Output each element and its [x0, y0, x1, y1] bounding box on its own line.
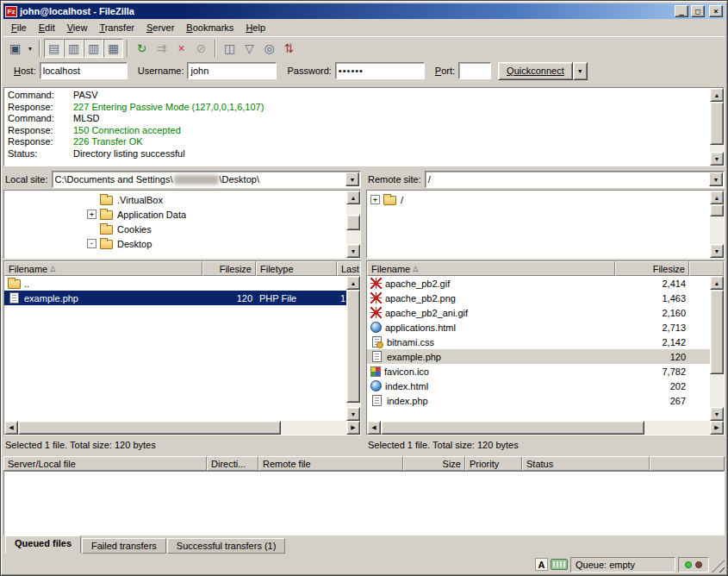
process-queue-button[interactable]: ⇉: [152, 39, 171, 58]
tree-item-cookies[interactable]: Cookies: [4, 222, 345, 236]
tree-item-desktop[interactable]: -Desktop: [4, 236, 345, 251]
transfer-queue[interactable]: [3, 471, 725, 535]
scroll-down-button[interactable]: ▼: [346, 407, 360, 421]
scroll-thumb[interactable]: [710, 102, 724, 145]
file-row-[interactable]: ..: [4, 276, 346, 291]
column-header-filesize[interactable]: Filesize: [615, 261, 689, 276]
local-tree-scrollbar[interactable]: ▲▼: [346, 191, 360, 258]
column-header-filename[interactable]: Filename△: [4, 261, 202, 276]
queue-column-size[interactable]: Size: [403, 456, 465, 471]
scroll-track[interactable]: [18, 421, 346, 435]
title-bar[interactable]: Fz john@localhost - FileZilla _ □ ×: [3, 3, 725, 19]
menu-server[interactable]: Server: [140, 20, 180, 35]
file-row-example-php[interactable]: example.php120: [367, 349, 710, 364]
directory-comparison-button[interactable]: ◫: [220, 39, 240, 58]
scroll-track[interactable]: [381, 421, 710, 435]
queue-column-remote-file[interactable]: Remote file: [258, 456, 403, 471]
host-input[interactable]: [40, 62, 128, 79]
column-header-last-modified[interactable]: Last modified: [337, 261, 360, 276]
log-scrollbar[interactable]: ▲▼: [710, 88, 724, 166]
scroll-thumb[interactable]: [710, 290, 724, 374]
scroll-down-button[interactable]: ▼: [346, 244, 360, 258]
menu-edit[interactable]: Edit: [33, 20, 61, 35]
quickconnect-button[interactable]: Quickconnect: [498, 62, 573, 80]
local-list-body[interactable]: ..example.php120PHP File1: [4, 276, 346, 421]
tab-failed-transfers[interactable]: Failed transfers: [82, 538, 166, 554]
scroll-track[interactable]: [346, 204, 360, 244]
expand-icon[interactable]: +: [370, 195, 380, 204]
scroll-up-button[interactable]: ▲: [346, 191, 360, 204]
scroll-thumb[interactable]: [346, 290, 360, 403]
file-row-apache-pb2-ani-gif[interactable]: apache_pb2_ani.gif2,160: [367, 305, 710, 320]
file-row-favicon-ico[interactable]: favicon.ico7,782: [367, 364, 710, 379]
scroll-down-button[interactable]: ▼: [710, 244, 724, 258]
minimize-button[interactable]: _: [675, 5, 688, 17]
local-site-combo[interactable]: C:\Documents and Settings\\Desktop\ ▼: [52, 171, 361, 188]
synchronized-browsing-button[interactable]: ⇅: [279, 39, 299, 58]
remote-site-dropdown[interactable]: ▼: [709, 172, 723, 186]
scroll-thumb[interactable]: [346, 215, 360, 230]
scroll-thumb[interactable]: [381, 421, 644, 435]
scroll-left-button[interactable]: ◀: [367, 421, 381, 435]
menu-view[interactable]: View: [61, 20, 94, 35]
queue-column-directi[interactable]: Directi...: [207, 456, 258, 471]
local-site-dropdown[interactable]: ▼: [345, 172, 359, 186]
file-row-applications-html[interactable]: applications.html2,713: [367, 320, 710, 335]
menu-transfer[interactable]: Transfer: [93, 20, 140, 35]
scroll-up-button[interactable]: ▲: [710, 191, 724, 204]
tab-successful-transfers-1[interactable]: Successful transfers (1): [167, 538, 286, 554]
cancel-button[interactable]: ×: [171, 39, 191, 58]
maximize-button[interactable]: □: [691, 5, 705, 17]
queue-column-priority[interactable]: Priority: [465, 456, 522, 471]
column-header-filetype[interactable]: Filetype: [256, 261, 337, 276]
file-row-index-php[interactable]: index.php267: [367, 393, 710, 408]
remote-list-body[interactable]: apache_pb2.gif2,414apache_pb2.png1,463ap…: [367, 276, 710, 421]
port-input[interactable]: [458, 62, 491, 79]
tree-item-virtualbox[interactable]: .VirtualBox: [4, 192, 345, 207]
file-row-example-php[interactable]: example.php120PHP File1: [4, 291, 346, 305]
remote-list-hscrollbar[interactable]: ◀▶: [367, 421, 724, 435]
close-button[interactable]: ×: [709, 5, 723, 17]
password-input[interactable]: [335, 62, 425, 79]
file-row-apache-pb2-gif[interactable]: apache_pb2.gif2,414: [367, 276, 710, 291]
scroll-down-button[interactable]: ▼: [710, 407, 724, 421]
file-row-apache-pb2-png[interactable]: apache_pb2.png1,463: [367, 291, 710, 305]
scroll-up-button[interactable]: ▲: [710, 276, 724, 290]
username-input[interactable]: [187, 62, 277, 79]
tab-queued-files[interactable]: Queued files: [5, 535, 81, 554]
scroll-left-button[interactable]: ◀: [4, 421, 18, 435]
menu-help[interactable]: Help: [240, 20, 271, 35]
scroll-right-button[interactable]: ▶: [346, 421, 360, 435]
toggle-message-log-button[interactable]: ▤: [44, 39, 64, 58]
quickconnect-dropdown[interactable]: ▼: [573, 62, 588, 80]
site-manager-dropdown[interactable]: ▼: [25, 39, 35, 58]
find-files-button[interactable]: ◎: [259, 39, 279, 58]
file-row-index-html[interactable]: index.html202: [367, 379, 710, 393]
expand-icon[interactable]: +: [87, 210, 96, 219]
scroll-track[interactable]: [710, 204, 724, 244]
menu-file[interactable]: File: [5, 20, 33, 35]
resize-grip[interactable]: [712, 560, 725, 573]
file-row-bitnami-css[interactable]: bitnami.css2,142: [367, 335, 710, 349]
tree-item-application-data[interactable]: +Application Data: [4, 207, 345, 222]
scroll-up-button[interactable]: ▲: [346, 276, 360, 290]
scroll-thumb[interactable]: [18, 421, 281, 435]
scroll-track[interactable]: [346, 290, 360, 407]
toggle-local-tree-button[interactable]: ▥: [64, 39, 84, 58]
menu-bookmarks[interactable]: Bookmarks: [180, 20, 240, 35]
local-list-vscrollbar[interactable]: ▲▼: [346, 276, 360, 421]
toggle-remote-tree-button[interactable]: ▥: [84, 39, 103, 58]
queue-column-status[interactable]: Status: [522, 456, 650, 471]
site-manager-button[interactable]: ▣: [5, 39, 25, 58]
local-list-hscrollbar[interactable]: ◀▶: [4, 421, 360, 435]
scroll-up-button[interactable]: ▲: [710, 88, 724, 102]
scroll-right-button[interactable]: ▶: [710, 421, 724, 435]
disconnect-button[interactable]: ⊘: [191, 39, 211, 58]
tree-item-[interactable]: +/: [367, 192, 708, 207]
queue-column-server-local-file[interactable]: Server/Local file: [3, 456, 207, 471]
scroll-thumb[interactable]: [710, 204, 724, 216]
remote-site-combo[interactable]: / ▼: [425, 171, 725, 188]
remote-list-vscrollbar[interactable]: ▲▼: [710, 276, 724, 421]
scroll-down-button[interactable]: ▼: [710, 152, 724, 166]
remote-tree-scrollbar[interactable]: ▲▼: [710, 191, 724, 258]
